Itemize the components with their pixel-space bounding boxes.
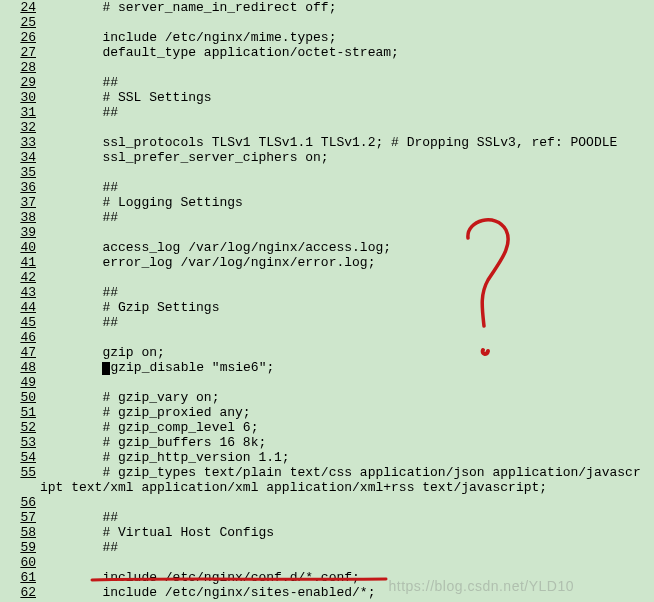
line-number: 26	[0, 30, 40, 45]
code-line[interactable]: 37 # Logging Settings	[0, 195, 654, 210]
line-text: ##	[40, 180, 118, 195]
line-number: 25	[0, 15, 40, 30]
line-number: 54	[0, 450, 40, 465]
line-text: ipt text/xml application/xml application…	[40, 480, 547, 495]
code-line[interactable]: 52 # gzip_comp_level 6;	[0, 420, 654, 435]
code-line[interactable]: 29 ##	[0, 75, 654, 90]
code-line[interactable]: 43 ##	[0, 285, 654, 300]
line-text: # gzip_http_version 1.1;	[40, 450, 290, 465]
code-line[interactable]: 55 # gzip_types text/plain text/css appl…	[0, 465, 654, 480]
code-line[interactable]: 24 # server_name_in_redirect off;	[0, 0, 654, 15]
code-line[interactable]: 35	[0, 165, 654, 180]
line-text: include /etc/nginx/conf.d/*.conf;	[40, 570, 360, 585]
line-text: ##	[40, 540, 118, 555]
code-line[interactable]: 53 # gzip_buffers 16 8k;	[0, 435, 654, 450]
code-line[interactable]: 47 gzip on;	[0, 345, 654, 360]
code-line[interactable]: 58 # Virtual Host Configs	[0, 525, 654, 540]
code-line[interactable]: 46	[0, 330, 654, 345]
code-line[interactable]: 42	[0, 270, 654, 285]
code-line[interactable]: 30 # SSL Settings	[0, 90, 654, 105]
code-line[interactable]: 34 ssl_prefer_server_ciphers on;	[0, 150, 654, 165]
line-number: 52	[0, 420, 40, 435]
code-line[interactable]: 45 ##	[0, 315, 654, 330]
line-number: 29	[0, 75, 40, 90]
line-number: 42	[0, 270, 40, 285]
code-line[interactable]: 39	[0, 225, 654, 240]
line-text: include /etc/nginx/sites-enabled/*;	[40, 585, 375, 600]
line-number: 49	[0, 375, 40, 390]
line-text: ##	[40, 285, 118, 300]
line-text: default_type application/octet-stream;	[40, 45, 399, 60]
code-line[interactable]: 33 ssl_protocols TLSv1 TLSv1.1 TLSv1.2; …	[0, 135, 654, 150]
line-number: 62	[0, 585, 40, 600]
line-text: ##	[40, 75, 118, 90]
line-number: 46	[0, 330, 40, 345]
line-text: ##	[40, 510, 118, 525]
line-text: # gzip_comp_level 6;	[40, 420, 258, 435]
code-line[interactable]: 32	[0, 120, 654, 135]
line-number: 58	[0, 525, 40, 540]
code-line[interactable]: 54 # gzip_http_version 1.1;	[0, 450, 654, 465]
line-number: 39	[0, 225, 40, 240]
line-text: # server_name_in_redirect off;	[40, 0, 336, 15]
code-line[interactable]: 40 access_log /var/log/nginx/access.log;	[0, 240, 654, 255]
code-line[interactable]: 25	[0, 15, 654, 30]
code-line[interactable]: 49	[0, 375, 654, 390]
line-number	[0, 480, 40, 495]
line-number: 60	[0, 555, 40, 570]
code-line[interactable]: 59 ##	[0, 540, 654, 555]
line-number: 41	[0, 255, 40, 270]
line-text: # gzip_types text/plain text/css applica…	[40, 465, 641, 480]
line-text: ssl_protocols TLSv1 TLSv1.1 TLSv1.2; # D…	[40, 135, 617, 150]
code-line[interactable]: 57 ##	[0, 510, 654, 525]
line-text: error_log /var/log/nginx/error.log;	[40, 255, 375, 270]
line-number: 57	[0, 510, 40, 525]
line-number: 44	[0, 300, 40, 315]
code-editor[interactable]: 24 # server_name_in_redirect off;2526 in…	[0, 0, 654, 602]
text-cursor	[102, 362, 110, 375]
line-number: 61	[0, 570, 40, 585]
code-line[interactable]: 44 # Gzip Settings	[0, 300, 654, 315]
line-text: # gzip_proxied any;	[40, 405, 251, 420]
code-line[interactable]: 38 ##	[0, 210, 654, 225]
line-number: 37	[0, 195, 40, 210]
watermark: https://blog.csdn.net/YLD10	[389, 579, 575, 594]
code-line[interactable]: 60	[0, 555, 654, 570]
code-line[interactable]: 27 default_type application/octet-stream…	[0, 45, 654, 60]
line-text: ##	[40, 105, 118, 120]
line-number: 27	[0, 45, 40, 60]
code-line[interactable]: 50 # gzip_vary on;	[0, 390, 654, 405]
line-text: gzip_disable "msie6";	[40, 360, 274, 375]
line-text: # SSL Settings	[40, 90, 212, 105]
code-line[interactable]: 41 error_log /var/log/nginx/error.log;	[0, 255, 654, 270]
line-number: 38	[0, 210, 40, 225]
code-line[interactable]: ipt text/xml application/xml application…	[0, 480, 654, 495]
line-number: 47	[0, 345, 40, 360]
line-text: # gzip_vary on;	[40, 390, 219, 405]
line-text: # Logging Settings	[40, 195, 243, 210]
line-number: 36	[0, 180, 40, 195]
line-number: 34	[0, 150, 40, 165]
line-number: 59	[0, 540, 40, 555]
line-number: 30	[0, 90, 40, 105]
line-text: ##	[40, 210, 118, 225]
code-line[interactable]: 56	[0, 495, 654, 510]
line-text: # Gzip Settings	[40, 300, 219, 315]
line-text: access_log /var/log/nginx/access.log;	[40, 240, 391, 255]
line-number: 35	[0, 165, 40, 180]
line-number: 24	[0, 0, 40, 15]
line-text: # Virtual Host Configs	[40, 525, 274, 540]
code-line[interactable]: 31 ##	[0, 105, 654, 120]
line-number: 50	[0, 390, 40, 405]
line-number: 56	[0, 495, 40, 510]
line-text: include /etc/nginx/mime.types;	[40, 30, 336, 45]
code-line[interactable]: 28	[0, 60, 654, 75]
code-line[interactable]: 51 # gzip_proxied any;	[0, 405, 654, 420]
line-number: 55	[0, 465, 40, 480]
code-line[interactable]: 26 include /etc/nginx/mime.types;	[0, 30, 654, 45]
code-line[interactable]: 48 gzip_disable "msie6";	[0, 360, 654, 375]
line-number: 31	[0, 105, 40, 120]
code-line[interactable]: 36 ##	[0, 180, 654, 195]
line-text: ##	[40, 315, 118, 330]
line-number: 28	[0, 60, 40, 75]
